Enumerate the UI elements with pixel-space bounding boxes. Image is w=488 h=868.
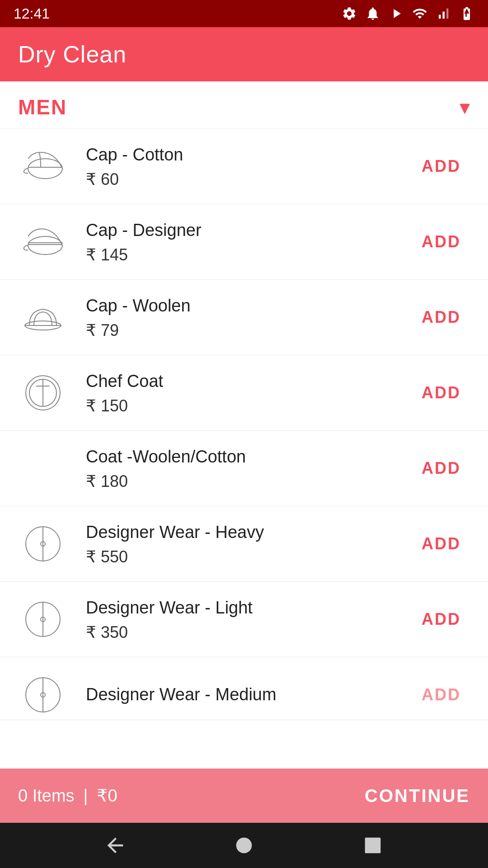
notification-icon <box>365 6 380 21</box>
chevron-down-icon: ▾ <box>460 95 470 119</box>
page-title: Dry Clean <box>18 41 127 68</box>
item-price: ₹ 550 <box>86 547 413 566</box>
bottom-price: ₹0 <box>97 786 117 806</box>
item-info: Cap - Woolen ₹ 79 <box>86 295 413 340</box>
item-info: Designer Wear - Heavy ₹ 550 <box>86 521 413 566</box>
svg-point-2 <box>28 236 62 255</box>
status-icons <box>342 6 474 21</box>
add-button-cap-woolen[interactable]: ADD <box>413 303 470 331</box>
item-icon-designer-light <box>18 594 68 644</box>
svg-point-20 <box>236 838 252 854</box>
item-price: ₹ 180 <box>86 472 413 491</box>
item-name: Cap - Woolen <box>86 295 413 317</box>
item-name: Designer Wear - Medium <box>86 684 413 706</box>
item-name: Designer Wear - Heavy <box>86 521 413 543</box>
item-price: ₹ 150 <box>86 396 413 415</box>
add-button-designer-medium[interactable]: ADD <box>413 681 470 709</box>
list-item: Chef Coat ₹ 150 ADD <box>0 355 488 431</box>
nav-bar <box>0 823 488 868</box>
item-icon-designer-medium <box>18 670 68 720</box>
item-info: Cap - Designer ₹ 145 <box>86 219 413 264</box>
item-price: ₹ 350 <box>86 623 413 642</box>
list-item: Cap - Designer ₹ 145 ADD <box>0 204 488 280</box>
bottom-bar: 0 Items | ₹0 CONTINUE <box>0 769 488 823</box>
settings-icon <box>342 6 357 21</box>
header: Dry Clean <box>0 27 488 81</box>
list-item: Designer Wear - Medium ADD <box>0 657 488 720</box>
item-name: Chef Coat <box>86 370 413 392</box>
add-button-designer-light[interactable]: ADD <box>413 605 470 633</box>
add-button-coat[interactable]: ADD <box>413 454 470 482</box>
item-name: Designer Wear - Light <box>86 597 413 619</box>
item-info: Designer Wear - Medium <box>86 684 413 706</box>
item-name: Cap - Cotton <box>86 144 413 166</box>
play-icon <box>389 6 404 21</box>
svg-point-0 <box>28 159 62 179</box>
item-price: ₹ 60 <box>86 170 413 189</box>
status-bar: 12:41 <box>0 0 488 27</box>
add-button-designer-heavy[interactable]: ADD <box>413 530 470 558</box>
svg-rect-21 <box>365 838 381 854</box>
bottom-info: 0 Items | ₹0 <box>18 786 117 806</box>
item-icon-cap-woolen <box>18 292 68 342</box>
section-header[interactable]: MEN ▾ <box>0 81 488 129</box>
item-info: Coat -Woolen/Cotton ₹ 180 <box>86 446 413 491</box>
item-info: Designer Wear - Light ₹ 350 <box>86 597 413 642</box>
item-price: ₹ 79 <box>86 321 413 340</box>
list-item: Cap - Woolen ₹ 79 ADD <box>0 280 488 355</box>
item-name: Cap - Designer <box>86 219 413 241</box>
home-button[interactable] <box>230 832 258 859</box>
section-title: MEN <box>18 95 67 119</box>
item-icon-chef-coat <box>18 368 68 418</box>
item-list: Cap - Cotton ₹ 60 ADD Cap - Designer ₹ 1… <box>0 129 488 720</box>
back-button[interactable] <box>102 832 129 859</box>
list-item: Designer Wear - Light ₹ 350 ADD <box>0 582 488 657</box>
item-info: Chef Coat ₹ 150 <box>86 370 413 415</box>
list-item: Coat -Woolen/Cotton ₹ 180 ADD <box>0 431 488 506</box>
item-price: ₹ 145 <box>86 245 413 264</box>
recents-button[interactable] <box>359 832 386 859</box>
bottom-items-count: 0 Items <box>18 786 75 806</box>
item-icon-cap-designer <box>18 217 68 267</box>
item-icon-designer-heavy <box>18 519 68 569</box>
list-item: Cap - Cotton ₹ 60 ADD <box>0 129 488 204</box>
add-button-cap-cotton[interactable]: ADD <box>413 152 470 180</box>
bottom-separator: | <box>84 786 88 806</box>
list-item: Designer Wear - Heavy ₹ 550 ADD <box>0 506 488 582</box>
battery-icon <box>459 6 474 21</box>
content-area: MEN ▾ Cap - Cotton ₹ 60 ADD <box>0 81 488 769</box>
status-time: 12:41 <box>14 5 50 22</box>
add-button-cap-designer[interactable]: ADD <box>413 228 470 256</box>
item-info: Cap - Cotton ₹ 60 <box>86 144 413 189</box>
add-button-chef-coat[interactable]: ADD <box>413 379 470 407</box>
continue-button[interactable]: CONTINUE <box>365 786 470 806</box>
signal-icon <box>436 6 451 21</box>
item-icon-cap-cotton <box>18 142 68 191</box>
wifi-icon <box>412 6 427 21</box>
item-name: Coat -Woolen/Cotton <box>86 446 413 468</box>
